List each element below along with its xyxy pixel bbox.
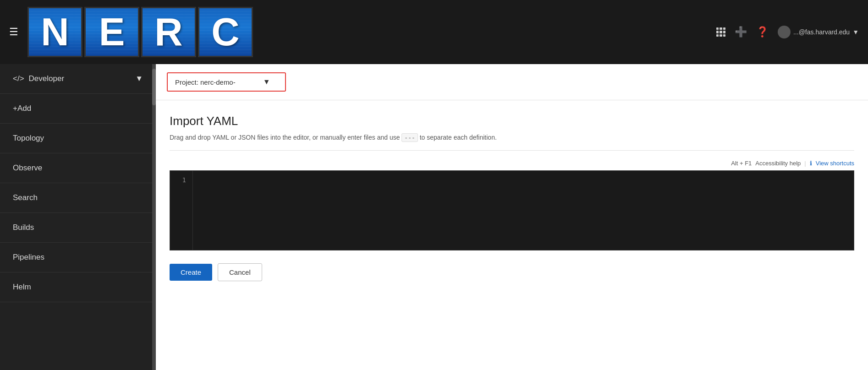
sidebar-pipelines-label: Pipelines [13,253,44,262]
view-shortcuts-link[interactable]: View shortcuts [816,160,854,167]
page-content: Import YAML Drag and drop YAML or JSON f… [156,100,868,295]
add-icon[interactable]: ➕ [735,26,747,38]
sidebar-item-pipelines[interactable]: Pipelines [0,243,156,272]
toolbar-pipe: | [804,160,806,167]
accessibility-shortcut: Alt + F1 [731,160,752,167]
line-number-1: 1 [176,176,186,184]
editor-area[interactable] [193,171,854,250]
logo-letter-n: N [27,7,82,57]
code-editor[interactable]: 1 [170,170,854,250]
button-row: Create Cancel [170,263,854,281]
editor-toolbar: Alt + F1 Accessibility help | ℹ View sho… [170,160,854,167]
description-before: Drag and drop YAML or JSON files into th… [170,134,400,141]
line-numbers: 1 [170,171,193,250]
sidebar-builds-label: Builds [13,223,34,232]
sidebar-item-observe[interactable]: Observe [0,153,156,183]
help-icon[interactable]: ❓ [756,26,769,38]
sidebar-observe-label: Observe [13,163,42,173]
project-bar: Project: nerc-demo- ▼ [156,64,868,100]
scrollbar-thumb [152,69,156,105]
user-email: ...@fas.harvard.edu [793,28,850,36]
sidebar-item-helm[interactable]: Helm [0,272,156,302]
chevron-down-icon: ▼ [852,28,859,36]
sidebar-scrollbar [152,64,156,370]
accessibility-help-text: Accessibility help [755,160,801,167]
sidebar-item-search[interactable]: Search [0,183,156,213]
chevron-down-icon: ▼ [135,74,143,83]
sidebar-item-topology[interactable]: Topology [0,124,156,153]
sidebar-item-builds[interactable]: Builds [0,213,156,243]
separator-code: --- [401,133,418,142]
sidebar-scroll: </> Developer ▼ +Add Topology Observe Se… [0,64,156,370]
sidebar-search-label: Search [13,193,38,202]
sidebar-item-developer[interactable]: </> Developer ▼ [0,64,156,94]
logo-letter-e: E [84,7,139,57]
page-description: Drag and drop YAML or JSON files into th… [170,134,854,141]
project-selector-arrow: ▼ [263,78,270,86]
sidebar-item-add[interactable]: +Add [0,94,156,124]
logo-letter-c: C [198,7,253,57]
sidebar-add-label: +Add [13,104,31,113]
page-title: Import YAML [170,114,854,128]
logo-letter-r: R [141,7,196,57]
content-separator [170,150,854,151]
sidebar: </> Developer ▼ +Add Topology Observe Se… [0,64,156,370]
description-after: to separate each definition. [420,134,497,141]
project-selector-label: Project: nerc-demo- [175,78,236,86]
project-selector[interactable]: Project: nerc-demo- ▼ [167,72,286,92]
help-circle-icon: ℹ [810,160,812,167]
create-button[interactable]: Create [170,264,212,281]
user-menu[interactable]: ...@fas.harvard.edu ▼ [778,26,859,38]
avatar [778,26,791,38]
sidebar-helm-label: Helm [13,283,31,292]
hamburger-icon[interactable]: ☰ [9,26,18,38]
sidebar-topology-label: Topology [13,134,44,143]
sidebar-developer-label: Developer [29,74,65,83]
grid-icon[interactable] [716,27,725,37]
header: ☰ N E R C ➕ ❓ ...@fas.harvard.edu ▼ [0,0,868,64]
logo: N E R C [27,7,253,57]
cancel-button[interactable]: Cancel [218,263,262,281]
body-container: </> Developer ▼ +Add Topology Observe Se… [0,64,868,370]
main-content: Project: nerc-demo- ▼ Import YAML Drag a… [156,64,868,370]
header-right: ➕ ❓ ...@fas.harvard.edu ▼ [716,26,859,38]
code-icon: </> [13,74,24,83]
